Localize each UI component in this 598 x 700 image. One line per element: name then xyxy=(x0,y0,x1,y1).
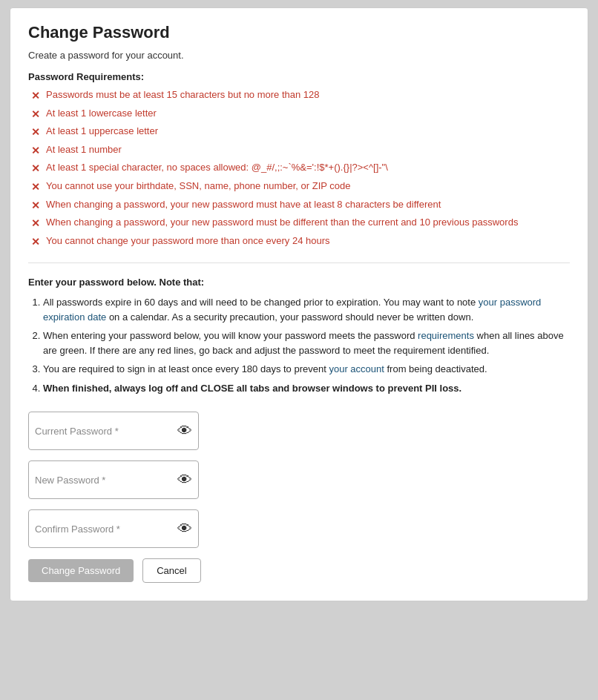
list-item: ✕You cannot use your birthdate, SSN, nam… xyxy=(31,179,570,195)
list-item: You are required to sign in at least onc… xyxy=(43,362,570,377)
list-item: When finished, always log off and CLOSE … xyxy=(43,381,570,396)
x-icon: ✕ xyxy=(31,162,40,176)
list-item: ✕When changing a password, your new pass… xyxy=(31,216,570,231)
cancel-button[interactable]: Cancel xyxy=(142,558,200,583)
x-icon: ✕ xyxy=(31,89,40,104)
list-item: ✕You cannot change your password more th… xyxy=(31,234,570,250)
eye-icon[interactable]: 👁 xyxy=(177,472,192,489)
change-password-card: Change Password Create a password for yo… xyxy=(10,7,588,601)
confirm-password-group: 👁 xyxy=(28,509,570,548)
list-item: ✕At least 1 number xyxy=(31,143,570,159)
new-password-group: 👁 xyxy=(28,460,570,499)
x-icon: ✕ xyxy=(31,180,40,195)
x-icon: ✕ xyxy=(31,144,40,159)
new-password-wrapper[interactable]: 👁 xyxy=(28,460,199,499)
list-item: When entering your password below, you w… xyxy=(43,328,570,357)
new-password-input[interactable] xyxy=(35,475,173,486)
page-title: Change Password xyxy=(28,23,570,42)
x-icon: ✕ xyxy=(31,108,40,122)
current-password-group: 👁 xyxy=(28,412,570,450)
list-item: ✕At least 1 uppercase letter xyxy=(31,125,570,140)
change-password-button[interactable]: Change Password xyxy=(28,559,134,582)
divider xyxy=(28,262,570,263)
current-password-wrapper[interactable]: 👁 xyxy=(28,412,199,450)
x-icon: ✕ xyxy=(31,125,40,140)
list-item: ✕Passwords must be at least 15 character… xyxy=(31,88,570,104)
confirm-password-input[interactable] xyxy=(35,524,173,535)
x-icon: ✕ xyxy=(31,199,40,214)
note-heading: Enter your password below. Note that: xyxy=(28,277,570,288)
current-password-input[interactable] xyxy=(35,426,173,437)
confirm-password-wrapper[interactable]: 👁 xyxy=(28,509,199,548)
list-item: All passwords expire in 60 days and will… xyxy=(43,295,570,324)
requirements-list: ✕Passwords must be at least 15 character… xyxy=(28,88,570,249)
eye-icon[interactable]: 👁 xyxy=(177,423,192,440)
list-item: ✕When changing a password, your new pass… xyxy=(31,198,570,214)
button-row: Change Password Cancel xyxy=(28,558,570,583)
x-icon: ✕ xyxy=(31,217,40,231)
requirements-heading: Password Requirements: xyxy=(28,71,570,82)
list-item: ✕At least 1 lowercase letter xyxy=(31,107,570,122)
eye-icon[interactable]: 👁 xyxy=(177,521,192,538)
list-item: ✕At least 1 special character, no spaces… xyxy=(31,161,570,176)
subtitle: Create a password for your account. xyxy=(28,50,570,61)
x-icon: ✕ xyxy=(31,235,40,250)
note-list: All passwords expire in 60 days and will… xyxy=(28,295,570,395)
